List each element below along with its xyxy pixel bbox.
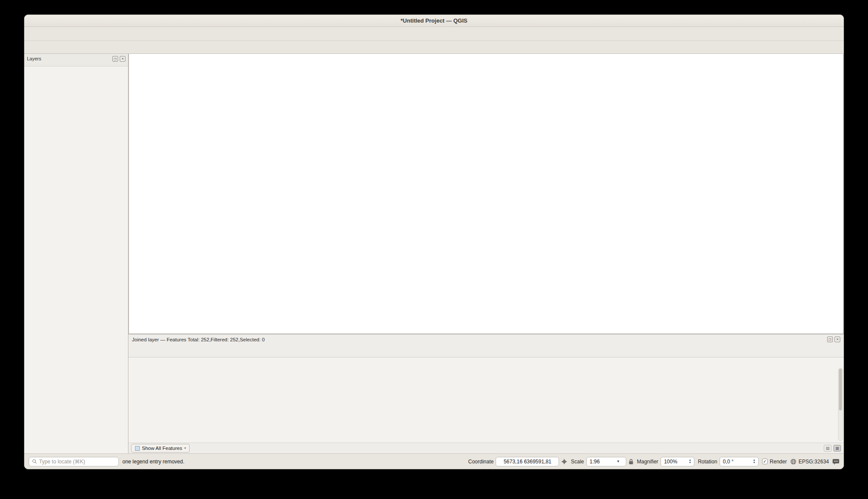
locate-placeholder: Type to locate (⌘K) — [39, 459, 85, 465]
extents-icon[interactable] — [561, 459, 567, 465]
zoom-window-button[interactable] — [48, 18, 54, 23]
magnifier-spinbox[interactable]: 100%▲▼ — [661, 457, 694, 466]
attribute-table-toolbar — [128, 344, 844, 357]
attribute-table-scrollbar[interactable] — [838, 368, 843, 441]
status-bar: Type to locate (⌘K) one legend entry rem… — [24, 453, 844, 469]
layers-panel-title: Layers — [27, 56, 111, 61]
layers-panel-toolbar — [24, 63, 128, 66]
main-toolbar — [24, 27, 844, 41]
layers-panel-float-icon[interactable]: ◳ — [112, 56, 118, 62]
attribute-panel-close-icon[interactable]: ✕ — [835, 337, 840, 342]
search-icon — [32, 459, 37, 464]
digitizing-toolbar — [24, 41, 844, 54]
status-message: one legend entry removed. — [122, 459, 465, 465]
spinner-arrows-icon[interactable]: ▲▼ — [687, 459, 693, 464]
scale-combobox[interactable]: 1:96▼ — [586, 457, 626, 466]
chevron-down-icon: ▼ — [614, 459, 623, 463]
window-title: *Untitled Project — QGIS — [24, 17, 844, 24]
map-polygons — [129, 54, 844, 334]
crs-value: EPSG:32634 — [799, 459, 829, 465]
render-label: Render — [770, 459, 787, 465]
attribute-table-panel: Joined layer — Features Total: 252,Filte… — [128, 334, 844, 453]
scale-label: Scale — [571, 459, 584, 465]
render-checkbox[interactable]: ✓ — [762, 459, 768, 464]
attribute-table-summary: Joined layer — Features Total: 252,Filte… — [132, 337, 825, 342]
attribute-panel-float-icon[interactable]: ◳ — [827, 337, 833, 342]
globe-icon — [790, 459, 796, 465]
rotation-label: Rotation — [698, 459, 717, 465]
layers-panel: Layers ◳ ✕ — [24, 54, 128, 453]
close-window-button[interactable] — [30, 18, 36, 23]
magnifier-label: Magnifier — [637, 459, 658, 465]
rotation-spinbox[interactable]: 0,0 °▲▼ — [720, 457, 759, 466]
messages-icon[interactable] — [832, 459, 839, 465]
coordinate-label: Coordinate — [468, 459, 494, 465]
layer-list — [24, 66, 128, 453]
map-canvas[interactable] — [128, 54, 844, 334]
chevron-down-icon: ▾ — [184, 446, 186, 450]
minimize-window-button[interactable] — [39, 18, 45, 23]
layers-panel-close-icon[interactable]: ✕ — [120, 56, 125, 62]
coordinate-input[interactable]: 5673,16 6369591,81 — [496, 457, 559, 466]
crs-button[interactable]: EPSG:32634 — [790, 459, 829, 465]
lock-icon[interactable] — [628, 459, 634, 465]
spinner-arrows-icon[interactable]: ▲▼ — [751, 459, 757, 464]
locate-input[interactable]: Type to locate (⌘K) — [29, 457, 119, 466]
qgis-window: *Untitled Project — QGIS Layers ◳ ✕ Join… — [24, 14, 844, 469]
table-icon — [135, 446, 140, 451]
title-bar: *Untitled Project — QGIS — [24, 15, 844, 27]
form-view-toggle[interactable]: ▤ — [824, 445, 832, 452]
table-view-toggle[interactable]: ▦ — [833, 445, 841, 452]
show-all-features-button[interactable]: Show All Features ▾ — [131, 444, 190, 453]
